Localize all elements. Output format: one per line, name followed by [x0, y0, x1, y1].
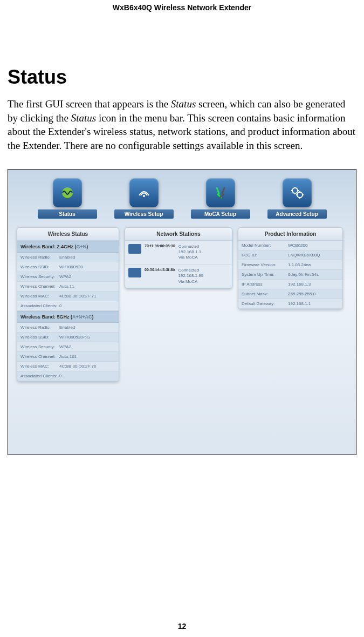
station-status: Connected	[178, 268, 203, 273]
table-row: Wireless Channel:Auto,11	[17, 282, 119, 292]
table-row: Wireless Security:WPA2	[17, 272, 119, 282]
table-row: Associated Clients:0	[17, 301, 119, 311]
row-key: IP Address:	[242, 282, 288, 287]
row-key: Associated Clients:	[20, 303, 59, 308]
row-value: Auto,161	[59, 354, 115, 359]
svg-point-1	[143, 195, 145, 197]
row-key: Wireless Radio:	[20, 325, 59, 330]
row-value: WIFI000530	[59, 265, 115, 269]
band-text: )	[92, 314, 93, 320]
panel-title: Wireless Status	[17, 228, 119, 241]
row-value: WPA2	[59, 274, 115, 279]
row-key: Associated Clients:	[20, 374, 59, 378]
table-row: Default Gateway:192.168.1.1	[238, 299, 342, 309]
station-via: Via MoCA	[178, 279, 203, 284]
station-info: Connected 192.168.1.99 Via MoCA	[178, 268, 203, 284]
para-text: The first GUI screen that appears is the	[8, 98, 171, 110]
row-key: Firmware Version:	[242, 262, 288, 267]
station-mac: 70:f1:96:00:05:30	[145, 244, 175, 248]
station-ip: 192.168.1.99	[178, 273, 203, 279]
station-mac: 00:50:bf:d3:3f:8b	[145, 268, 175, 272]
menu-item-status[interactable]: Status	[38, 178, 97, 219]
row-value: LNQWXB6X00Q	[288, 253, 339, 257]
table-row: Wireless Radio:Enabled	[17, 253, 119, 262]
station-status: Connected	[178, 244, 201, 249]
row-value: Enabled	[59, 255, 115, 260]
row-value: WCB6200	[288, 243, 339, 248]
station-via: Via MoCA	[178, 255, 201, 260]
row-value: 4C:8B:30:D0:2F:71	[59, 294, 115, 299]
band-24-header: Wireless Band: 2.4GHz (G+N)	[17, 241, 119, 253]
table-row: Wireless SSID:WIFI000530-5G	[17, 333, 119, 342]
table-row: Model Number:WCB6200	[238, 241, 342, 250]
row-value: WPA2	[59, 344, 115, 349]
table-row: Wireless Radio:Enabled	[17, 323, 119, 333]
station-item: 70:f1:96:00:05:30 Connected 192.168.1.1 …	[125, 241, 232, 265]
row-key: Wireless Channel:	[20, 354, 59, 359]
panel-product-info: Product Information Model Number:WCB6200…	[238, 227, 343, 309]
table-row: Wireless MAC:4C:8B:30:D0:2F:71	[17, 292, 119, 301]
band-text: )	[86, 244, 88, 249]
row-value: 255.255.255.0	[288, 292, 339, 296]
table-row: Wireless Security:WPA2	[17, 342, 119, 352]
para-em-status-1: Status	[171, 98, 196, 110]
page-header: WxB6x40Q Wireless Network Extender	[0, 0, 364, 12]
table-row: Wireless MAC:4C:8B:30:D0:2F:76	[17, 362, 119, 371]
table-row: Firmware Version:1.1.06.24ea	[238, 260, 342, 270]
station-item: 00:50:bf:d3:3f:8b Connected 192.168.1.99…	[125, 265, 232, 288]
row-key: Wireless SSID:	[20, 335, 59, 340]
row-value: Auto,11	[59, 284, 115, 289]
page-number: 12	[0, 622, 364, 631]
band-text: Wireless Band: 2.4GHz (	[20, 244, 76, 249]
menu-label: Wireless Setup	[114, 209, 174, 219]
menu-bar: Status Wireless Setup MoCA Setup Advance…	[8, 170, 356, 222]
row-value: 0day:0h:9m:54s	[288, 272, 339, 277]
station-info: Connected 192.168.1.1 Via MoCA	[178, 244, 201, 261]
device-icon	[128, 268, 141, 277]
row-value: 192.168.1.3	[288, 282, 339, 287]
table-row: Associated Clients:0	[17, 371, 119, 381]
band-text: Wireless Band: 5GHz (	[20, 314, 72, 320]
row-value: 0	[59, 303, 115, 308]
menu-item-moca-setup[interactable]: MoCA Setup	[191, 178, 250, 219]
status-icon	[53, 178, 82, 207]
row-value: 192.168.1.1	[288, 301, 339, 306]
row-key: Wireless MAC:	[20, 364, 59, 369]
svg-point-3	[297, 192, 303, 198]
page-title: Status	[8, 66, 356, 89]
row-key: Wireless Radio:	[20, 255, 59, 260]
table-row: Wireless Channel:Auto,161	[17, 352, 119, 362]
row-key: Wireless MAC:	[20, 294, 59, 299]
wireless-icon	[129, 178, 159, 207]
station-ip: 192.168.1.1	[178, 249, 201, 255]
station-mac-col: 70:f1:96:00:05:30	[145, 244, 175, 248]
band-sub: G+N	[76, 244, 86, 249]
band-sub: A+N+AC	[72, 314, 92, 320]
para-em-status-2: Status	[71, 112, 96, 124]
svg-point-2	[292, 188, 298, 193]
row-value: 0	[59, 374, 115, 378]
row-key: Subnet Mask:	[242, 292, 288, 296]
panel-title: Network Stations	[125, 228, 232, 241]
band-5-header: Wireless Band: 5GHz (A+N+AC)	[17, 311, 119, 323]
moca-icon	[206, 178, 235, 207]
menu-item-advanced-setup[interactable]: Advanced Setup	[267, 178, 327, 219]
table-row: IP Address:192.168.1.3	[238, 280, 342, 289]
table-row: System Up Time:0day:0h:9m:54s	[238, 270, 342, 280]
panel-wireless-status: Wireless Status Wireless Band: 2.4GHz (G…	[17, 227, 119, 382]
row-key: Wireless Channel:	[20, 284, 59, 289]
row-key: FCC ID:	[242, 253, 288, 257]
advanced-icon	[283, 178, 312, 207]
svg-point-0	[62, 187, 73, 198]
menu-item-wireless-setup[interactable]: Wireless Setup	[114, 178, 174, 219]
station-mac-col: 00:50:bf:d3:3f:8b	[145, 268, 175, 272]
row-value: 1.1.06.24ea	[288, 262, 339, 267]
row-key: Default Gateway:	[242, 301, 288, 306]
row-value: WIFI000530-5G	[59, 335, 115, 340]
table-row: FCC ID:LNQWXB6X00Q	[238, 250, 342, 260]
menu-label: Advanced Setup	[267, 209, 327, 219]
row-key: Wireless Security:	[20, 344, 59, 349]
table-row: Wireless SSID:WIFI000530	[17, 262, 119, 272]
menu-label: MoCA Setup	[191, 209, 250, 219]
row-key: Wireless SSID:	[20, 265, 59, 269]
